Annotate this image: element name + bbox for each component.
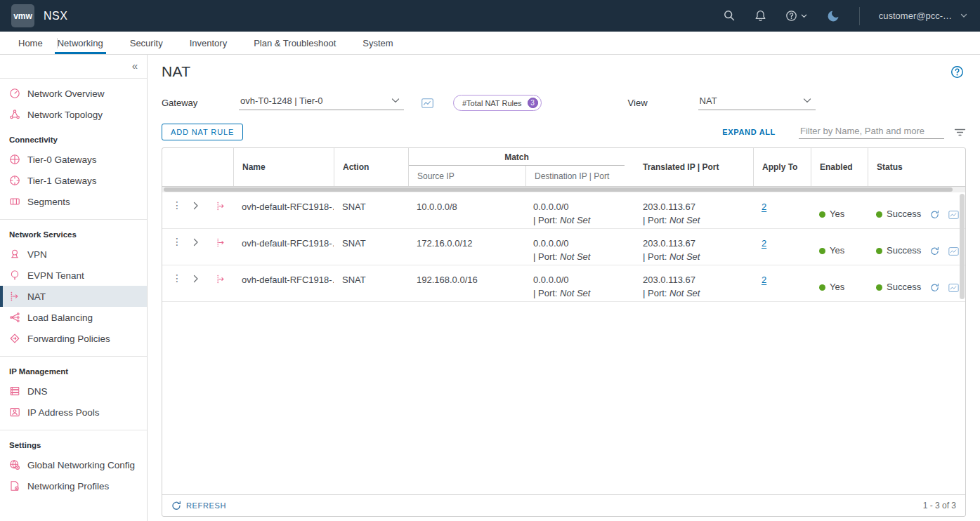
table-toolbar: ADD NAT RULE EXPAND ALL bbox=[162, 124, 966, 140]
translated-ip: 203.0.113.67 bbox=[643, 274, 745, 287]
row-menu-icon[interactable]: ⋮ bbox=[172, 200, 193, 210]
sidebar-item-ip-address-pools[interactable]: IP Address Pools bbox=[0, 402, 147, 423]
horizontal-scrollbar[interactable] bbox=[162, 187, 965, 192]
enabled-value: Yes bbox=[830, 281, 844, 294]
column-header-enabled: Enabled bbox=[811, 148, 868, 186]
row-menu-icon[interactable]: ⋮ bbox=[172, 237, 193, 246]
status-chart-icon[interactable] bbox=[948, 247, 959, 256]
sidebar-item-label: Tier-1 Gateways bbox=[27, 176, 97, 186]
sidebar-item-label: Tier-0 Gateways bbox=[27, 154, 97, 165]
main-content: NAT Gateway ovh-T0-1248 | Tier-0 #Total … bbox=[148, 55, 980, 521]
row-expand-chevron-icon[interactable] bbox=[193, 273, 216, 283]
expand-all-link[interactable]: EXPAND ALL bbox=[722, 128, 776, 136]
sidebar-item-label: EVPN Tenant bbox=[27, 270, 84, 281]
enabled-status-dot bbox=[819, 284, 825, 291]
sidebar-item-network-overview[interactable]: Network Overview bbox=[0, 83, 147, 104]
page-help-icon[interactable] bbox=[950, 65, 964, 81]
sidebar-item-nat[interactable]: NAT bbox=[0, 286, 147, 307]
status-refresh-icon[interactable] bbox=[930, 246, 939, 256]
total-nat-rules-label: #Total NAT Rules bbox=[462, 99, 522, 107]
status-refresh-icon[interactable] bbox=[930, 210, 939, 219]
sidebar-item-label: VPN bbox=[27, 249, 47, 260]
sidebar-item-label: Global Networking Config bbox=[27, 460, 135, 470]
sidebar-item-label: Network Overview bbox=[27, 88, 105, 99]
sidebar-item-vpn[interactable]: VPN bbox=[0, 244, 147, 265]
topology-icon bbox=[9, 109, 20, 120]
sidebar-item-evpn-tenant[interactable]: EVPN Tenant bbox=[0, 265, 147, 286]
rule-name[interactable]: ovh-default-RFC1918-… bbox=[233, 265, 334, 301]
sidebar-item-networking-profiles[interactable]: Networking Profiles bbox=[0, 475, 147, 496]
sidebar-item-dns[interactable]: DNS bbox=[0, 381, 147, 402]
destination-ip: 0.0.0.0/0 bbox=[533, 237, 626, 251]
sidebar-item-segments[interactable]: Segments bbox=[0, 191, 147, 212]
sidebar-item-network-topology[interactable]: Network Topology bbox=[0, 104, 147, 125]
column-group-match: Match Source IP Destination IP | Port bbox=[408, 148, 634, 186]
sidebar-item-load-balancing[interactable]: Load Balancing bbox=[0, 307, 147, 328]
globe-gear-icon bbox=[9, 459, 20, 470]
rule-name[interactable]: ovh-default-RFC1918-… bbox=[233, 192, 334, 228]
vpn-icon bbox=[9, 249, 20, 260]
gateway-select[interactable]: ovh-T0-1248 | Tier-0 bbox=[239, 95, 404, 110]
sidebar-item-tier0-gateways[interactable]: Tier-0 Gateways bbox=[0, 149, 147, 170]
filter-input[interactable] bbox=[799, 126, 944, 139]
horizontal-scrollbar-thumb[interactable] bbox=[164, 187, 953, 192]
status-chart-icon[interactable] bbox=[948, 284, 959, 292]
column-header-controls bbox=[162, 148, 233, 186]
tab-security[interactable]: Security bbox=[130, 32, 163, 54]
evpn-tenant-icon bbox=[9, 270, 20, 281]
rule-name[interactable]: ovh-default-RFC1918-… bbox=[233, 229, 334, 265]
apply-to-link[interactable]: 2 bbox=[762, 202, 766, 212]
apply-to-link[interactable]: 2 bbox=[762, 275, 766, 285]
forwarding-policies-icon bbox=[9, 333, 20, 344]
refresh-button[interactable]: REFRESH bbox=[171, 501, 226, 510]
total-nat-rules-count: 3 bbox=[528, 98, 538, 108]
status-chart-icon[interactable] bbox=[948, 211, 959, 219]
theme-moon-icon[interactable] bbox=[826, 9, 840, 23]
ip-pools-icon bbox=[9, 407, 20, 418]
apply-to-link[interactable]: 2 bbox=[762, 238, 766, 249]
gateway-stats-chart-icon[interactable] bbox=[422, 98, 433, 108]
sidebar-item-forwarding-policies[interactable]: Forwarding Policies bbox=[0, 328, 147, 349]
sidebar-item-global-networking-config[interactable]: Global Networking Config bbox=[0, 454, 147, 475]
table-row: ⋮ ovh-default-RFC1918-… SNAT 10.0.0.0/8 … bbox=[162, 192, 965, 229]
refresh-icon bbox=[171, 501, 181, 510]
rule-action: SNAT bbox=[334, 265, 408, 301]
help-menu-icon[interactable] bbox=[785, 10, 807, 22]
vertical-scrollbar[interactable] bbox=[960, 194, 965, 299]
account-menu[interactable]: customer@pcc-… bbox=[879, 11, 967, 21]
status-refresh-icon[interactable] bbox=[930, 283, 939, 292]
sidebar-heading-settings: Settings bbox=[0, 430, 147, 454]
tab-home[interactable]: Home bbox=[18, 32, 43, 54]
row-expand-chevron-icon[interactable] bbox=[193, 237, 216, 246]
sidebar-collapse-icon[interactable]: « bbox=[132, 60, 138, 72]
sidebar-item-tier1-gateways[interactable]: Tier-1 Gateways bbox=[0, 170, 147, 191]
destination-ip: 0.0.0.0/0 bbox=[533, 201, 626, 214]
row-expand-chevron-icon[interactable] bbox=[193, 200, 216, 210]
refresh-label: REFRESH bbox=[186, 501, 226, 510]
top-bar: vmw NSX customer@pcc-… bbox=[0, 0, 980, 32]
product-name: NSX bbox=[44, 10, 67, 22]
tab-inventory[interactable]: Inventory bbox=[190, 32, 227, 54]
row-menu-icon[interactable]: ⋮ bbox=[172, 273, 193, 283]
page-title: NAT bbox=[162, 63, 190, 80]
notifications-bell-icon[interactable] bbox=[754, 10, 766, 22]
view-select[interactable]: NAT bbox=[698, 95, 816, 110]
search-icon[interactable] bbox=[724, 10, 736, 22]
add-nat-rule-button[interactable]: ADD NAT RULE bbox=[162, 124, 243, 140]
rule-source-ip: 172.16.0.0/12 bbox=[408, 229, 525, 265]
tab-system[interactable]: System bbox=[362, 32, 393, 54]
tab-networking[interactable]: Networking bbox=[58, 32, 103, 54]
view-label: View bbox=[628, 98, 698, 108]
dns-icon bbox=[9, 385, 20, 397]
status-value: Success bbox=[887, 208, 921, 221]
document-gear-icon bbox=[9, 480, 20, 492]
sidebar-section-overview: Network Overview Network Topology bbox=[0, 79, 147, 125]
tier0-gateway-icon bbox=[9, 154, 20, 165]
enabled-value: Yes bbox=[830, 208, 844, 221]
filter-icon[interactable] bbox=[954, 127, 966, 137]
rule-translated: 203.0.113.67 | Port: Not Set bbox=[634, 192, 753, 228]
account-label: customer@pcc-… bbox=[879, 11, 952, 21]
nat-rule-icon bbox=[216, 200, 226, 211]
gateway-label: Gateway bbox=[162, 98, 239, 108]
tab-plan-troubleshoot[interactable]: Plan & Troubleshoot bbox=[254, 32, 336, 54]
